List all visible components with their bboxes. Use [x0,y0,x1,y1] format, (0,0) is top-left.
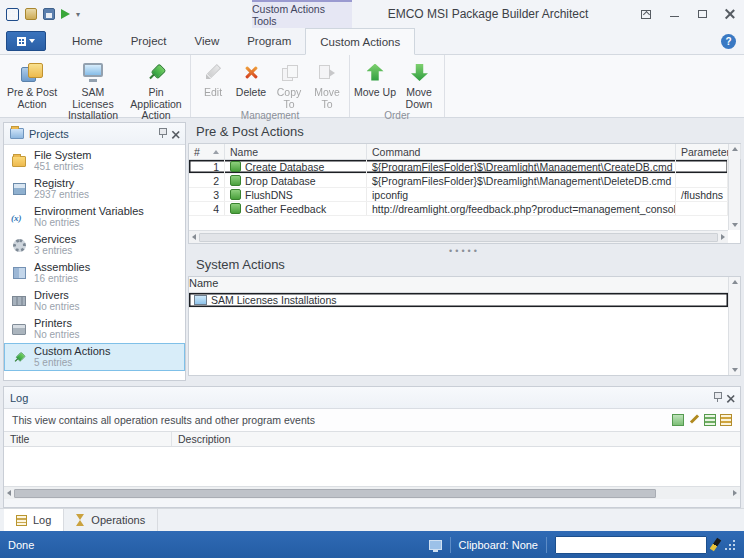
tab-program[interactable]: Program [233,28,305,54]
tree-item[interactable]: Registry 2937 entries [4,175,185,203]
row-name: Drop Database [245,175,316,187]
save-icon[interactable] [43,8,55,20]
splitter-handle[interactable]: ••••• [188,244,741,257]
scroll-left-icon[interactable] [192,234,196,240]
log-toolbar [672,414,732,426]
column-name[interactable]: Name [225,144,367,159]
table-row[interactable]: 1 Create Database ${ProgramFilesFolder}$… [189,160,728,174]
panel-close-icon[interactable] [727,394,733,400]
edit-log-icon[interactable] [688,414,700,426]
column-description[interactable]: Description [172,432,740,446]
drivers-icon [12,296,26,306]
app-menu-button[interactable] [6,31,46,51]
log-horizontal-scrollbar[interactable] [4,486,740,499]
scrollbar-thumb[interactable] [199,233,718,242]
scroll-up-icon[interactable] [732,280,738,284]
table-row[interactable]: SAM Licenses Installations [189,293,728,308]
pre-post-table-header: # Name Command Parameters [189,144,728,160]
tree-item[interactable]: Environment Variables No entries [4,203,185,231]
tab-view[interactable]: View [180,28,233,54]
pre-post-rows: 1 Create Database ${ProgramFilesFolder}$… [189,160,728,216]
ribbon-options-button[interactable] [632,0,660,28]
tree-item[interactable]: Drivers No entries [4,287,185,315]
arrow-down-icon [411,64,428,81]
delete-button[interactable]: Delete [232,57,270,99]
maximize-button[interactable] [688,0,716,28]
move-to-button[interactable]: Move To [308,57,346,110]
scroll-right-icon[interactable] [721,234,725,240]
statusbar-divider [546,537,547,553]
bottom-tab-log[interactable]: Log [4,509,64,531]
pre-post-action-button[interactable]: Pre & Post Action [3,57,61,110]
env-icon [11,211,27,223]
vertical-scrollbar[interactable] [728,144,740,230]
log-panel: Log This view contains all operation res… [3,386,741,508]
sam-licenses-installation-button[interactable]: SAM Licenses Installation [61,57,125,122]
column-number[interactable]: # [189,144,225,159]
pin-application-action-button[interactable]: Pin Application Action [125,57,187,122]
help-button[interactable]: ? [721,34,736,49]
column-title[interactable]: Title [4,432,172,446]
scroll-right-icon[interactable] [733,490,737,496]
tree-item[interactable]: Services 3 entries [4,231,185,259]
column-command[interactable]: Command [367,144,676,159]
tree-item-label: Environment Variables [34,205,144,218]
log-info-row: This view contains all operation results… [4,409,740,431]
resize-grip[interactable] [724,538,736,552]
row-parameters: /flushdns [676,188,728,201]
scroll-up-icon[interactable] [732,147,738,151]
statusbar-search-input[interactable] [555,536,707,554]
row-command: ${ProgramFilesFolder}$\Dreamlight\Manage… [367,174,676,187]
row-parameters [676,174,728,187]
dock-pin-icon[interactable] [713,392,721,403]
save-log-icon[interactable] [704,414,716,426]
table-row[interactable]: 2 Drop Database ${ProgramFilesFolder}$\D… [189,174,728,188]
panel-close-icon[interactable] [172,130,178,136]
log-list-body [4,447,740,486]
tree-item[interactable]: Printers No entries [4,315,185,343]
tree-item-label: File System [34,149,91,162]
horizontal-scrollbar[interactable] [189,230,728,243]
run-icon[interactable] [61,9,70,19]
ribbon-tabs: Home Project View Program Custom Actions [58,28,415,54]
vertical-scrollbar[interactable] [728,277,740,375]
copy-to-button[interactable]: Copy To [270,57,308,110]
column-name[interactable]: Name [189,277,728,292]
tree-item[interactable]: Custom Actions 5 entries [4,343,185,371]
table-row[interactable]: 4 Gather Feedback http://dreamlight.org/… [189,202,728,216]
close-button[interactable] [716,0,744,28]
pre-post-actions-title: Pre & Post Actions [188,120,741,143]
scroll-left-icon[interactable] [7,490,11,496]
tab-home[interactable]: Home [58,28,117,54]
qat-customize-dropdown-icon[interactable]: ▾ [76,10,80,19]
minimize-button[interactable] [660,0,688,28]
clear-log-icon[interactable] [720,414,732,426]
move-down-button[interactable]: Move Down [397,57,441,110]
row-number: 1 [189,160,225,173]
projects-tree: File System 451 entries Registry 2937 en… [4,145,185,371]
tab-project[interactable]: Project [117,28,181,54]
move-up-button[interactable]: Move Up [353,57,397,99]
new-package-icon[interactable] [25,8,37,20]
dock-pin-icon[interactable] [158,128,166,139]
contextual-tab-header: Custom Actions Tools [252,0,352,28]
tree-item[interactable]: File System 451 entries [4,147,185,175]
edit-button[interactable]: Edit [194,57,232,99]
bottom-tab-bar: Log Operations [0,508,744,531]
clipboard-monitor-icon [429,540,442,550]
bottom-tab-operations[interactable]: Operations [64,509,158,531]
table-row[interactable]: 3 FlushDNS ipconfig /flushdns [189,188,728,202]
scrollbar-thumb[interactable] [14,489,656,498]
ribbon-group-new: Pre & Post Action SAM Licenses Installat… [0,55,191,117]
scroll-down-icon[interactable] [732,223,738,227]
export-log-icon[interactable] [672,414,684,426]
app-logo-icon[interactable] [6,8,19,21]
action-icon [230,161,241,172]
tab-custom-actions[interactable]: Custom Actions [305,28,415,55]
tree-item[interactable]: Assemblies 16 entries [4,259,185,287]
window-title: EMCO MSI Package Builder Architect [352,0,624,28]
scroll-down-icon[interactable] [732,368,738,372]
pin-icon [144,60,167,83]
tree-item-label: Printers [34,317,80,330]
status-pen-icon [710,538,722,552]
